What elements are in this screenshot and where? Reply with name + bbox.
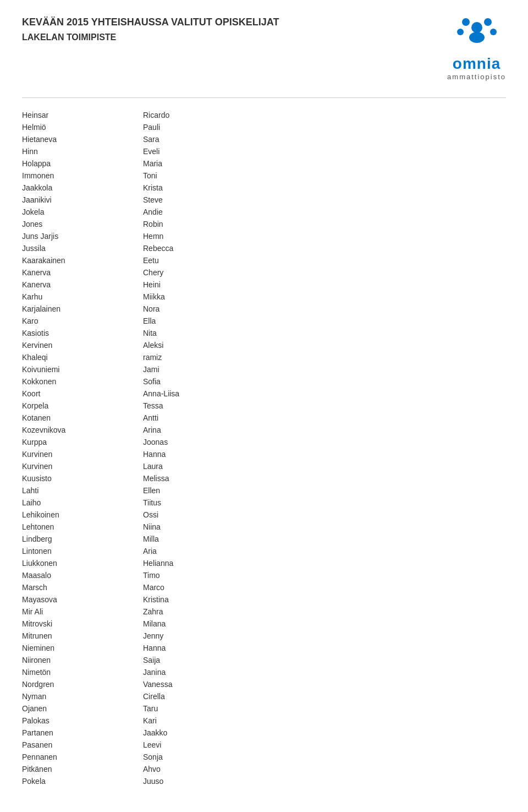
student-first-name: Eetu [143,254,264,266]
student-first-name: Ella [143,315,264,327]
student-first-name: Heini [143,279,264,291]
student-last-name: Pitkänen [22,763,143,775]
student-first-name: Miikka [143,291,264,303]
student-last-name: Khaleqi [22,351,143,363]
student-last-name: Kuusisto [22,472,143,484]
student-last-name: Hietaneva [22,133,143,145]
logo-subtext: ammattiopisto [447,73,506,81]
student-last-name: Mayasova [22,593,143,606]
student-first-name: Jami [143,363,264,375]
student-first-name: Joonas [143,436,264,448]
student-last-name: Koivuniemi [22,363,143,375]
student-last-name: Kurppa [22,436,143,448]
student-first-name: Nita [143,327,264,339]
student-last-name: Jones [22,218,143,230]
student-last-name: Kurvinen [22,460,143,472]
student-first-name: Antti [143,412,264,424]
student-last-name: Jaanikivi [22,194,143,206]
student-first-name: Leevi [143,739,264,751]
student-last-name: Partanen [22,727,143,739]
student-first-name: Ossi [143,509,264,521]
logo-text: omnia [453,55,501,73]
student-first-name: Arina [143,424,264,436]
student-last-name: Maasalo [22,569,143,581]
student-last-name: Kanerva [22,266,143,279]
student-first-name: Marco [143,581,264,593]
student-last-name: Liukkonen [22,557,143,569]
main-title: KEVÄÄN 2015 YHTEISHAUSSA VALITUT OPISKEL… [22,17,279,28]
svg-point-1 [462,18,470,26]
student-last-name: Nyman [22,690,143,702]
students-list: HeinsarRicardoHelmiöPauliHietanevaSaraHi… [22,109,506,787]
student-first-name: Sofia [143,375,264,388]
student-last-name: Ojanen [22,702,143,715]
student-last-name: Jaakkola [22,182,143,194]
student-first-name: Kari [143,715,264,727]
page-header: KEVÄÄN 2015 YHTEISHAUSSA VALITUT OPISKEL… [22,17,506,81]
student-first-name: Maria [143,157,264,170]
student-last-name: Mir Ali [22,606,143,618]
student-last-name: Kasiotis [22,327,143,339]
student-last-name: Koort [22,388,143,400]
student-last-name: Kokkonen [22,375,143,388]
student-last-name: Mitrunen [22,630,143,642]
student-first-name: Vanessa [143,678,264,690]
student-first-name: Niina [143,521,264,533]
student-last-name: Lintonen [22,545,143,557]
student-last-name: Lahti [22,484,143,497]
student-last-name: Kurvinen [22,448,143,460]
student-first-name: Tessa [143,400,264,412]
student-last-name: Helmiö [22,121,143,133]
student-first-name: Saija [143,654,264,666]
student-first-name: Hemn [143,230,264,242]
student-last-name: Kozevnikova [22,424,143,436]
student-first-name: Kristina [143,593,264,606]
student-first-name: Robin [143,218,264,230]
student-first-name: Milana [143,618,264,630]
student-first-name: Cirella [143,690,264,702]
student-first-name: Janina [143,666,264,678]
student-first-name: Hanna [143,642,264,654]
student-last-name: Holappa [22,157,143,170]
student-last-name: Hinn [22,145,143,157]
student-first-name: Jenny [143,630,264,642]
student-last-name: Jokela [22,206,143,218]
logo-area: omnia ammattiopisto [447,17,506,81]
student-last-name: Pennanen [22,751,143,763]
student-last-name: Nimetön [22,666,143,678]
omnia-logo-icon [452,17,502,55]
student-first-name: Tiitus [143,497,264,509]
student-last-name: Karo [22,315,143,327]
student-last-name: Kervinen [22,339,143,351]
student-last-name: Nieminen [22,642,143,654]
student-last-name: Korpela [22,400,143,412]
student-last-name: Marsch [22,581,143,593]
student-last-name: Lindberg [22,533,143,545]
student-last-name: Kaarakainen [22,254,143,266]
student-first-name: Milla [143,533,264,545]
student-last-name: Pokela [22,775,143,787]
svg-point-0 [471,22,482,33]
student-first-name: Taru [143,702,264,715]
student-first-name: Steve [143,194,264,206]
header-divider [22,97,506,98]
subtitle: LAKELAN TOIMIPISTE [22,32,279,42]
student-first-name: Sara [143,133,264,145]
student-first-name: Laura [143,460,264,472]
svg-point-3 [457,29,464,35]
student-last-name: Kotanen [22,412,143,424]
student-first-name: Chery [143,266,264,279]
student-last-name: Heinsar [22,109,143,121]
student-first-name: Jaakko [143,727,264,739]
student-last-name: Laiho [22,497,143,509]
student-first-name: Juuso [143,775,264,787]
student-last-name: Lehikoinen [22,509,143,521]
student-last-name: Nordgren [22,678,143,690]
student-last-name: Juns Jarjis [22,230,143,242]
student-first-name: ramiz [143,351,264,363]
student-first-name: Timo [143,569,264,581]
student-first-name: Pauli [143,121,264,133]
student-first-name: Rebecca [143,242,264,254]
student-first-name: Andie [143,206,264,218]
student-first-name: Aleksi [143,339,264,351]
